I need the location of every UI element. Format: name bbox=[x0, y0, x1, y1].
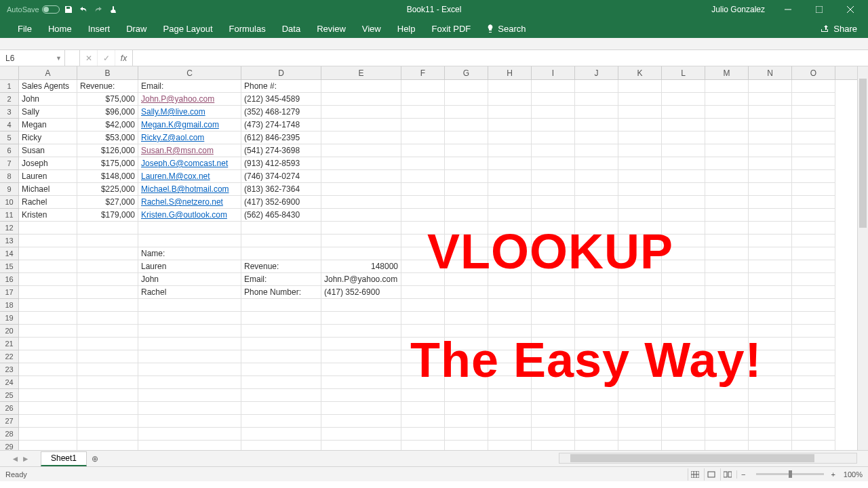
cell[interactable]: John.P@yahoo.com bbox=[321, 273, 401, 286]
cell[interactable] bbox=[662, 402, 705, 415]
cell[interactable] bbox=[662, 312, 705, 325]
cell[interactable] bbox=[321, 441, 401, 450]
tab-review[interactable]: Review bbox=[309, 19, 354, 38]
cell[interactable]: Phone Number: bbox=[241, 286, 321, 299]
cell[interactable] bbox=[488, 363, 532, 376]
cell[interactable] bbox=[749, 402, 792, 415]
cell[interactable] bbox=[138, 441, 241, 450]
cell[interactable] bbox=[575, 131, 618, 144]
row-header-10[interactable]: 10 bbox=[0, 196, 18, 209]
cell[interactable] bbox=[488, 428, 532, 441]
cell[interactable] bbox=[792, 376, 835, 389]
cell[interactable] bbox=[792, 260, 835, 273]
cell[interactable] bbox=[749, 338, 792, 350]
cell[interactable] bbox=[488, 389, 532, 402]
cell[interactable] bbox=[488, 260, 532, 273]
cell[interactable] bbox=[575, 247, 618, 260]
cell[interactable] bbox=[532, 338, 575, 350]
cell[interactable] bbox=[401, 389, 445, 402]
cell[interactable] bbox=[77, 286, 138, 299]
cell[interactable] bbox=[401, 80, 445, 93]
cell[interactable] bbox=[575, 157, 618, 170]
cell[interactable] bbox=[401, 119, 445, 131]
select-all-corner[interactable] bbox=[0, 66, 19, 80]
cell[interactable] bbox=[532, 350, 575, 363]
cell[interactable] bbox=[705, 389, 749, 402]
formula-input[interactable] bbox=[133, 50, 868, 66]
cell[interactable] bbox=[445, 441, 488, 450]
zoom-in-button[interactable]: + bbox=[831, 470, 835, 479]
cell[interactable]: $179,000 bbox=[77, 209, 138, 222]
cell[interactable] bbox=[662, 325, 705, 338]
cell[interactable] bbox=[575, 338, 618, 350]
enter-formula-icon[interactable]: ✓ bbox=[98, 50, 115, 66]
cell[interactable] bbox=[241, 415, 321, 428]
zoom-out-button[interactable]: − bbox=[736, 470, 749, 479]
row-header-7[interactable]: 7 bbox=[0, 157, 18, 170]
cell[interactable] bbox=[241, 247, 321, 260]
cell[interactable] bbox=[792, 247, 835, 260]
cell[interactable] bbox=[749, 441, 792, 450]
cell[interactable] bbox=[749, 273, 792, 286]
row-header-14[interactable]: 14 bbox=[0, 247, 18, 260]
cell[interactable] bbox=[401, 183, 445, 196]
cell[interactable] bbox=[488, 312, 532, 325]
cell[interactable] bbox=[445, 196, 488, 209]
cancel-formula-icon[interactable]: ✕ bbox=[80, 50, 98, 66]
redo-icon[interactable] bbox=[92, 3, 104, 16]
cell[interactable] bbox=[618, 157, 662, 170]
cell[interactable] bbox=[705, 286, 749, 299]
tab-home[interactable]: Home bbox=[40, 19, 80, 38]
cell[interactable]: Sales Agents bbox=[19, 80, 77, 93]
cell[interactable] bbox=[488, 402, 532, 415]
cell[interactable] bbox=[77, 222, 138, 235]
cell[interactable] bbox=[19, 235, 77, 247]
cell[interactable] bbox=[19, 428, 77, 441]
cell[interactable] bbox=[792, 415, 835, 428]
cell[interactable] bbox=[241, 325, 321, 338]
cell[interactable] bbox=[321, 247, 401, 260]
cell[interactable]: Ricky bbox=[19, 131, 77, 144]
cell[interactable] bbox=[705, 80, 749, 93]
cell[interactable]: $75,000 bbox=[77, 93, 138, 106]
cell[interactable] bbox=[705, 350, 749, 363]
cell[interactable] bbox=[488, 106, 532, 119]
cell[interactable] bbox=[19, 325, 77, 338]
cell[interactable]: Kristen.G@outlook.com bbox=[138, 209, 241, 222]
cell[interactable] bbox=[321, 196, 401, 209]
cell[interactable] bbox=[445, 273, 488, 286]
col-header-C[interactable]: C bbox=[138, 66, 241, 79]
cell[interactable]: John bbox=[19, 93, 77, 106]
row-header-13[interactable]: 13 bbox=[0, 235, 18, 247]
cell[interactable] bbox=[618, 106, 662, 119]
cell[interactable] bbox=[401, 363, 445, 376]
cell[interactable] bbox=[705, 338, 749, 350]
cell[interactable] bbox=[705, 196, 749, 209]
cell[interactable] bbox=[618, 325, 662, 338]
cell[interactable] bbox=[705, 312, 749, 325]
column-headers[interactable]: ABCDEFGHIJKLMNO bbox=[19, 66, 857, 80]
cell[interactable] bbox=[241, 402, 321, 415]
cell[interactable]: John bbox=[138, 273, 241, 286]
cell[interactable] bbox=[19, 312, 77, 325]
cell[interactable]: $175,000 bbox=[77, 157, 138, 170]
cell[interactable] bbox=[662, 273, 705, 286]
col-header-K[interactable]: K bbox=[618, 66, 662, 79]
cell[interactable] bbox=[749, 93, 792, 106]
cell[interactable] bbox=[445, 376, 488, 389]
cell[interactable] bbox=[532, 247, 575, 260]
close-button[interactable] bbox=[835, 0, 865, 19]
cell[interactable] bbox=[749, 144, 792, 157]
cell[interactable] bbox=[488, 325, 532, 338]
normal-view-icon[interactable] bbox=[688, 468, 703, 481]
touch-mode-icon[interactable] bbox=[107, 3, 119, 16]
page-break-view-icon[interactable] bbox=[720, 468, 735, 481]
cell[interactable]: $42,000 bbox=[77, 119, 138, 131]
cell[interactable] bbox=[662, 299, 705, 312]
cell[interactable] bbox=[575, 350, 618, 363]
col-header-A[interactable]: A bbox=[19, 66, 77, 79]
cell[interactable] bbox=[705, 131, 749, 144]
cell[interactable] bbox=[445, 260, 488, 273]
col-header-I[interactable]: I bbox=[532, 66, 575, 79]
cell[interactable] bbox=[575, 325, 618, 338]
